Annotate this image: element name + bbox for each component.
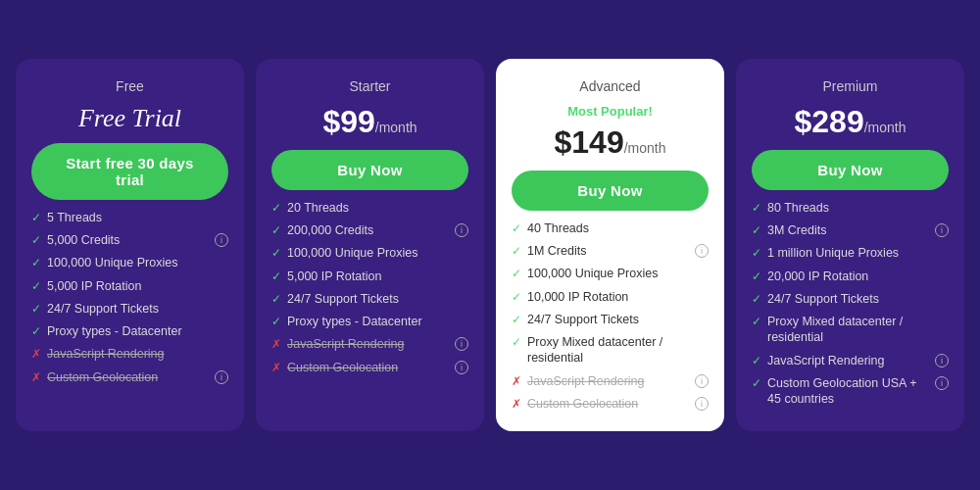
feature-text-premium-0: 80 Threads xyxy=(767,200,949,216)
check-icon: ✓ xyxy=(752,270,761,283)
plan-tagline-free: Free Trial xyxy=(31,104,228,133)
plan-name-advanced: Advanced xyxy=(512,78,709,94)
list-item: ✓1M Creditsi xyxy=(512,243,709,259)
check-icon: ✓ xyxy=(31,233,41,247)
feature-text-starter-4: 24/7 Support Tickets xyxy=(287,291,468,307)
feature-text-free-2: 100,000 Unique Proxies xyxy=(47,255,228,270)
check-icon: ✓ xyxy=(512,335,521,349)
feature-text-starter-0: 20 Threads xyxy=(287,200,468,216)
check-icon: ✓ xyxy=(512,221,521,235)
list-item: ✗Custom Geolocationi xyxy=(31,369,228,385)
check-icon: ✓ xyxy=(31,211,41,224)
plan-price-premium: $289/month xyxy=(752,104,949,140)
features-list-premium: ✓80 Threads✓3M Creditsi✓1 million Unique… xyxy=(752,200,949,408)
feature-text-premium-6: JavaScript Rendering xyxy=(767,353,929,368)
features-list-free: ✓5 Threads✓5,000 Creditsi✓100,000 Unique… xyxy=(31,210,228,385)
most-popular-badge-advanced: Most Popular! xyxy=(512,104,709,119)
list-item: ✓5,000 IP Rotation xyxy=(31,278,228,294)
check-icon: ✓ xyxy=(271,270,281,283)
list-item: ✓Custom Geolocation USA + 45 countriesi xyxy=(752,375,949,408)
feature-text-advanced-1: 1M Credits xyxy=(527,243,689,259)
list-item: ✓5,000 IP Rotation xyxy=(271,269,468,284)
feature-text-starter-2: 100,000 Unique Proxies xyxy=(287,245,468,261)
feature-text-advanced-5: Proxy Mixed datacenter / residential xyxy=(527,334,709,367)
check-icon: ✓ xyxy=(271,246,281,260)
info-icon[interactable]: i xyxy=(935,376,949,390)
feature-text-free-4: 24/7 Support Tickets xyxy=(47,301,228,317)
info-icon[interactable]: i xyxy=(455,361,468,374)
list-item: ✓100,000 Unique Proxies xyxy=(271,245,468,261)
check-icon: ✓ xyxy=(752,292,761,306)
plan-card-starter: Starter$99/monthBuy Now✓20 Threads✓200,0… xyxy=(256,59,484,431)
list-item: ✗Custom Geolocationi xyxy=(271,360,468,375)
list-item: ✓100,000 Unique Proxies xyxy=(512,266,709,281)
list-item: ✓24/7 Support Tickets xyxy=(752,291,949,307)
plan-name-premium: Premium xyxy=(752,78,949,94)
check-icon: ✓ xyxy=(752,376,761,390)
plan-card-free: FreeFree TrialStart free 30 days trial✓5… xyxy=(16,59,244,431)
check-icon: ✓ xyxy=(271,315,281,328)
pricing-grid: FreeFree TrialStart free 30 days trial✓5… xyxy=(16,59,964,431)
info-icon[interactable]: i xyxy=(695,374,709,388)
plan-name-starter: Starter xyxy=(271,78,468,94)
cta-button-premium[interactable]: Buy Now xyxy=(752,150,949,190)
check-icon: ✓ xyxy=(512,244,521,258)
check-icon: ✓ xyxy=(512,267,521,280)
info-icon[interactable]: i xyxy=(935,223,949,237)
check-icon: ✓ xyxy=(752,315,761,328)
plan-price-starter: $99/month xyxy=(271,104,468,140)
feature-text-free-5: Proxy types - Datacenter xyxy=(47,323,228,339)
check-icon: ✓ xyxy=(271,201,281,215)
cross-icon: ✗ xyxy=(271,337,281,351)
feature-text-starter-5: Proxy types - Datacenter xyxy=(287,314,468,329)
info-icon[interactable]: i xyxy=(695,244,709,258)
list-item: ✗JavaScript Renderingi xyxy=(512,373,709,389)
list-item: ✓24/7 Support Tickets xyxy=(512,312,709,327)
check-icon: ✓ xyxy=(31,279,41,293)
check-icon: ✓ xyxy=(31,324,41,338)
feature-text-starter-7: Custom Geolocation xyxy=(287,360,449,375)
features-list-advanced: ✓40 Threads✓1M Creditsi✓100,000 Unique P… xyxy=(512,220,709,412)
list-item: ✓20,000 IP Rotation xyxy=(752,269,949,284)
list-item: ✗JavaScript Renderingi xyxy=(271,336,468,352)
list-item: ✓Proxy types - Datacenter xyxy=(271,314,468,329)
info-icon[interactable]: i xyxy=(215,370,228,384)
list-item: ✓20 Threads xyxy=(271,200,468,216)
check-icon: ✓ xyxy=(512,290,521,304)
feature-text-premium-4: 24/7 Support Tickets xyxy=(767,291,949,307)
cross-icon: ✗ xyxy=(271,361,281,374)
cta-button-free[interactable]: Start free 30 days trial xyxy=(31,143,228,200)
plan-name-free: Free xyxy=(31,78,228,94)
feature-text-free-1: 5,000 Credits xyxy=(47,232,209,248)
check-icon: ✓ xyxy=(752,201,761,215)
list-item: ✓200,000 Creditsi xyxy=(271,222,468,238)
list-item: ✓100,000 Unique Proxies xyxy=(31,255,228,270)
plan-price-advanced: $149/month xyxy=(512,124,709,161)
feature-text-premium-7: Custom Geolocation USA + 45 countries xyxy=(767,375,929,408)
info-icon[interactable]: i xyxy=(935,354,949,368)
list-item: ✓24/7 Support Tickets xyxy=(31,301,228,317)
features-list-starter: ✓20 Threads✓200,000 Creditsi✓100,000 Uni… xyxy=(271,200,468,375)
list-item: ✓3M Creditsi xyxy=(752,222,949,238)
feature-text-advanced-3: 10,000 IP Rotation xyxy=(527,289,709,305)
feature-text-advanced-0: 40 Threads xyxy=(527,220,709,236)
info-icon[interactable]: i xyxy=(455,337,468,351)
list-item: ✓40 Threads xyxy=(512,220,709,236)
list-item: ✓24/7 Support Tickets xyxy=(271,291,468,307)
list-item: ✓5,000 Creditsi xyxy=(31,232,228,248)
check-icon: ✓ xyxy=(31,256,41,270)
feature-text-premium-1: 3M Credits xyxy=(767,222,929,238)
info-icon[interactable]: i xyxy=(695,397,709,411)
feature-text-free-3: 5,000 IP Rotation xyxy=(47,278,228,294)
cross-icon: ✗ xyxy=(512,374,521,388)
feature-text-free-6: JavaScript Rendering xyxy=(47,346,228,362)
check-icon: ✓ xyxy=(752,354,761,368)
check-icon: ✓ xyxy=(752,223,761,237)
info-icon[interactable]: i xyxy=(455,223,468,237)
cta-button-starter[interactable]: Buy Now xyxy=(271,150,468,190)
feature-text-starter-1: 200,000 Credits xyxy=(287,222,449,238)
cta-button-advanced[interactable]: Buy Now xyxy=(512,171,709,211)
info-icon[interactable]: i xyxy=(215,233,228,247)
cross-icon: ✗ xyxy=(512,397,521,411)
check-icon: ✓ xyxy=(31,302,41,316)
